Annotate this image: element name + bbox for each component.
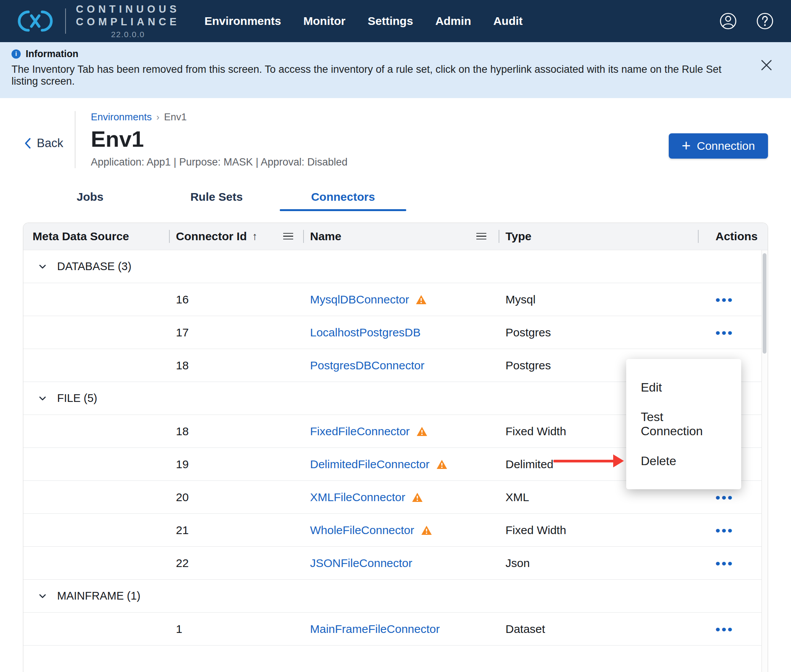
connector-name-link[interactable]: LocalhostPostgresDB [310, 326, 421, 339]
meta-data-source-cell [23, 547, 169, 579]
info-banner: i Information The Inventory Tab has been… [0, 42, 791, 98]
actions-cell: ••• [698, 283, 768, 316]
page-title: Env1 [91, 126, 348, 152]
connector-name-link[interactable]: XMLFileConnector [310, 491, 405, 504]
group-row[interactable]: DATABASE (3) [23, 250, 768, 283]
tab-rule-sets[interactable]: Rule Sets [153, 185, 280, 211]
meta-data-source-cell [23, 349, 169, 382]
chevron-down-icon[interactable] [37, 261, 48, 272]
meta-data-source-cell [23, 514, 169, 546]
connector-name-link[interactable]: WholeFileConnector [310, 524, 414, 537]
help-icon[interactable] [756, 12, 774, 30]
chevron-down-icon[interactable] [37, 591, 48, 602]
connector-name-cell: MysqlDBConnector [303, 283, 499, 316]
connector-id-cell: 19 [169, 448, 303, 480]
tab-jobs[interactable]: Jobs [27, 185, 153, 211]
connector-name-cell: FixedFileConnector [303, 415, 499, 447]
table-row: 21WholeFileConnectorFixed Width••• [23, 513, 768, 546]
connector-name-link[interactable]: JSONFileConnector [310, 557, 412, 570]
row-actions-button[interactable]: ••• [716, 293, 734, 306]
brand-line-2: COMPLIANCE [76, 16, 180, 28]
tab-bar: Jobs Rule Sets Connectors [27, 185, 768, 211]
connector-name-cell: JSONFileConnector [303, 547, 499, 579]
breadcrumb-separator-icon: › [156, 112, 159, 123]
close-icon[interactable] [760, 58, 773, 72]
connector-type-cell: Fixed Width [499, 514, 698, 546]
column-header-meta-data-source[interactable]: Meta Data Source [23, 223, 169, 250]
sort-ascending-icon[interactable]: ↑ [252, 230, 258, 243]
row-actions-button[interactable]: ••• [716, 326, 734, 339]
meta-data-source-cell [23, 283, 169, 316]
chevron-down-icon[interactable] [37, 393, 48, 404]
connector-type-cell: Mysql [499, 283, 698, 316]
connector-id-cell: 22 [169, 547, 303, 579]
delphix-logo-icon[interactable] [15, 9, 55, 33]
scrollbar-track[interactable] [761, 250, 768, 672]
column-label: Connector Id [176, 230, 247, 243]
brand-line-1: CONTINUOUS [76, 3, 180, 16]
column-label: Name [310, 230, 341, 243]
chevron-left-icon [23, 137, 32, 150]
connector-name-cell: WholeFileConnector [303, 514, 499, 546]
row-actions-button[interactable]: ••• [716, 524, 734, 537]
row-actions-button[interactable]: ••• [716, 491, 734, 504]
user-account-icon[interactable] [719, 12, 737, 30]
breadcrumb-environments[interactable]: Environments [91, 111, 152, 123]
connector-name-cell: LocalhostPostgresDB [303, 316, 499, 349]
menu-item-edit[interactable]: Edit [626, 369, 741, 406]
column-header-connector-id[interactable]: Connector Id ↑ [169, 223, 303, 250]
connector-id-cell: 18 [169, 415, 303, 447]
brand-divider [65, 8, 66, 34]
actions-cell: ••• [698, 316, 768, 349]
scrollbar-thumb[interactable] [763, 253, 766, 354]
warning-icon [420, 524, 433, 536]
column-header-name[interactable]: Name [303, 223, 499, 250]
app-header: CONTINUOUS COMPLIANCE 22.0.0.0 Environme… [0, 0, 791, 42]
connector-name-link[interactable]: MainFrameFileConnector [310, 623, 440, 636]
annotation-arrow [553, 454, 624, 467]
nav-environments[interactable]: Environments [205, 15, 281, 28]
column-label: Meta Data Source [33, 230, 129, 243]
connector-type-cell: Postgres [499, 316, 698, 349]
group-row[interactable]: MAINFRAME (1) [23, 579, 768, 612]
column-header-type[interactable]: Type [499, 223, 698, 250]
actions-cell: ••• [698, 514, 768, 546]
row-actions-menu: Edit Test Connection Delete [626, 359, 741, 489]
column-label: Actions [716, 230, 758, 243]
back-label: Back [37, 136, 63, 150]
row-actions-button[interactable]: ••• [716, 623, 734, 636]
connector-name-link[interactable]: MysqlDBConnector [310, 293, 409, 306]
nav-settings[interactable]: Settings [368, 15, 413, 28]
group-label: FILE (5) [57, 392, 97, 405]
tab-connectors[interactable]: Connectors [280, 185, 406, 211]
table-row: 22JSONFileConnectorJson••• [23, 546, 768, 579]
connector-name-link[interactable]: DelimitedFileConnector [310, 458, 430, 471]
connector-id-cell: 16 [169, 283, 303, 316]
connector-name-link[interactable]: PostgresDBConnector [310, 359, 424, 372]
nav-audit[interactable]: Audit [493, 15, 523, 28]
connector-name-link[interactable]: FixedFileConnector [310, 425, 410, 438]
connector-name-cell: PostgresDBConnector [303, 349, 499, 382]
connector-name-cell: XMLFileConnector [303, 481, 499, 513]
annotation-arrow-head [613, 454, 624, 467]
row-actions-button[interactable]: ••• [716, 557, 734, 570]
warning-icon [415, 294, 427, 305]
menu-item-delete[interactable]: Delete [626, 443, 741, 479]
nav-monitor[interactable]: Monitor [304, 15, 346, 28]
column-menu-icon[interactable] [283, 233, 293, 240]
app-version: 22.0.0.0 [76, 30, 180, 39]
header-icons [719, 12, 774, 30]
table-row-partial [23, 645, 768, 672]
table-row: 1MainFrameFileConnectorDataset••• [23, 612, 768, 645]
breadcrumb-current: Env1 [164, 111, 187, 123]
add-connection-button[interactable]: + Connection [669, 133, 768, 159]
nav-admin[interactable]: Admin [435, 15, 471, 28]
brand-block: CONTINUOUS COMPLIANCE 22.0.0.0 [76, 3, 180, 39]
menu-item-test-connection[interactable]: Test Connection [626, 406, 741, 443]
back-button[interactable]: Back [23, 136, 63, 150]
table-row: 16MysqlDBConnectorMysql••• [23, 283, 768, 316]
breadcrumb: Environments › Env1 [91, 111, 348, 123]
banner-title: Information [26, 48, 79, 59]
actions-cell: ••• [698, 547, 768, 579]
column-menu-icon[interactable] [476, 233, 486, 240]
